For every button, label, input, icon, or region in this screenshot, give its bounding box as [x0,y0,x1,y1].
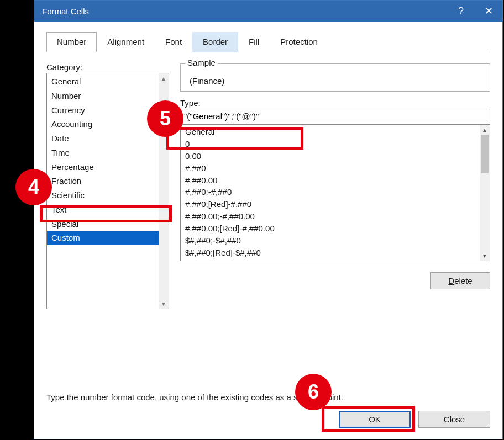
list-item[interactable]: Time [47,146,159,160]
close-button[interactable]: Close [418,411,490,428]
format-scrollbar[interactable]: ▲ ▼ [480,125,490,261]
list-item[interactable]: #,##0.00;-#,##0.00 [181,210,480,222]
dialog-title: Format Cells [42,7,447,16]
sample-value: (Finance) [187,76,483,86]
tab-font[interactable]: Font [155,32,192,52]
scroll-up-icon[interactable]: ▲ [480,125,490,135]
close-icon: ✕ [485,5,493,17]
list-item[interactable]: General [47,75,159,89]
annotation-badge-4: 4 [15,169,52,205]
scroll-down-icon[interactable]: ▼ [159,299,169,309]
format-cells-dialog: Format Cells ? ✕ Number Alignment Font B… [34,0,503,439]
ok-button[interactable]: OK [339,411,411,428]
list-item[interactable]: Text [47,203,159,217]
list-item[interactable]: Percentage [47,160,159,174]
tab-strip: Number Alignment Font Border Fill Protec… [46,31,490,52]
right-pane: Sample (Finance) Type: General 0 0.00 #,… [180,62,490,378]
close-window-button[interactable]: ✕ [475,1,502,22]
list-item[interactable]: General [181,126,480,138]
scroll-thumb[interactable] [481,135,489,173]
list-item[interactable]: Currency [47,103,159,118]
annotation-badge-6: 6 [295,374,332,410]
format-items: General 0 0.00 #,##0 #,##0.00 #,##0;-#,#… [181,125,480,261]
list-item[interactable]: #,##0.00;[Red]-#,##0.00 [181,222,480,235]
list-item[interactable]: Scientific [47,188,159,203]
list-item[interactable]: 0 [181,138,480,150]
main-area: Category: General Number Currency Accoun… [46,52,490,378]
tab-protection[interactable]: Protection [270,32,328,52]
list-item[interactable]: #,##0;-#,##0 [181,186,480,198]
format-list[interactable]: General 0 0.00 #,##0 #,##0.00 #,##0;-#,#… [180,124,490,261]
sample-group: Sample (Finance) [180,63,490,92]
help-icon: ? [458,6,464,17]
list-item[interactable]: Date [47,131,159,146]
list-item[interactable]: $#,##0.00;-$#,##0.00 [181,259,480,261]
list-item[interactable]: 0.00 [181,150,480,162]
tab-fill[interactable]: Fill [238,32,270,52]
list-item[interactable]: Special [47,217,159,231]
list-item[interactable]: Number [47,89,159,103]
scroll-up-icon[interactable]: ▲ [159,73,169,83]
dialog-buttons: OK Close [34,411,502,439]
tab-alignment[interactable]: Alignment [97,32,155,52]
list-item[interactable]: $#,##0;-$#,##0 [181,235,480,247]
list-item[interactable]: $#,##0;[Red]-$#,##0 [181,247,480,259]
list-item[interactable]: #,##0;[Red]-#,##0 [181,198,480,210]
category-items: General Number Currency Accounting Date … [47,73,159,309]
list-item[interactable]: Accounting [47,117,159,131]
hint-text: Type the number format code, using one o… [46,393,490,402]
dialog-content: Number Alignment Font Border Fill Protec… [34,22,502,411]
list-item[interactable]: #,##0.00 [181,174,480,187]
sample-legend: Sample [185,58,218,67]
list-item[interactable]: #,##0 [181,162,480,174]
type-label: Type: [180,98,490,108]
annotation-badge-5: 5 [147,100,183,137]
list-item-custom[interactable]: Custom [47,231,159,245]
delete-button[interactable]: Delete [431,272,490,289]
delete-row: Delete [180,272,490,289]
scroll-down-icon[interactable]: ▼ [480,251,490,261]
tab-number[interactable]: Number [46,32,97,52]
help-button[interactable]: ? [447,1,475,22]
type-input[interactable] [180,109,490,123]
tab-border[interactable]: Border [192,32,238,52]
list-item[interactable]: Fraction [47,174,159,188]
category-label: Category: [46,62,169,72]
titlebar: Format Cells ? ✕ [34,1,502,22]
